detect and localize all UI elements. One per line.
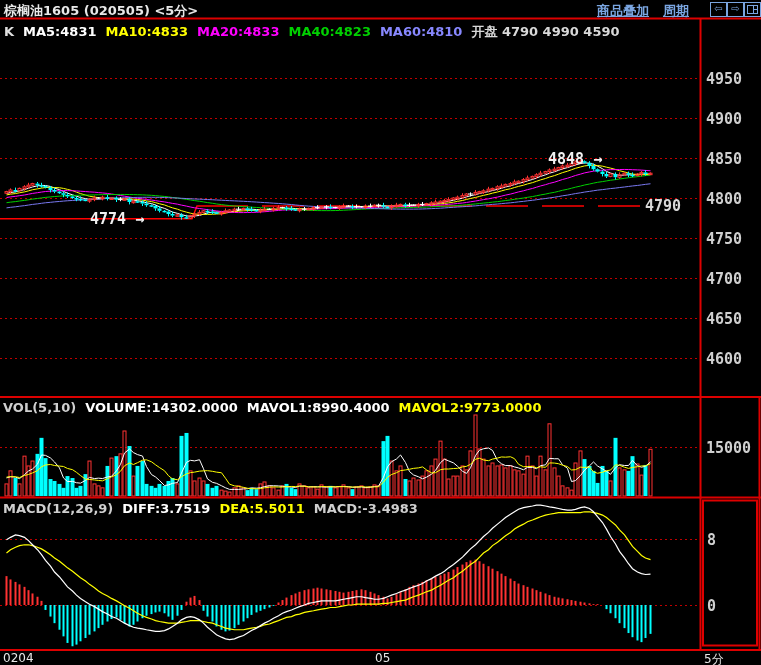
indicator-value: DEA:5.5011	[219, 501, 304, 516]
price-axis-label: 4700	[706, 270, 742, 288]
macd-axis-label: 0	[707, 597, 716, 615]
indicator-value: MA60:4810	[380, 24, 462, 39]
open-line-label: 4790	[645, 197, 681, 215]
right-arrow-icon: →	[593, 150, 602, 168]
right-arrow-icon: →	[135, 210, 144, 228]
page-title: 棕榈油1605 (020505) <5分>	[4, 2, 198, 20]
back-arrow-icon: ⇦	[714, 3, 722, 14]
forward-arrow-button[interactable]: ⇨	[727, 2, 744, 17]
macd-indicator-row: MACD(12,26,9)DIFF:3.7519DEA:5.5011MACD:-…	[3, 501, 427, 516]
indicator-value: MA10:4833	[106, 24, 188, 39]
x-axis-date-label: 0204	[3, 651, 34, 665]
kline-indicator-row: KMA5:4831MA10:4833MA20:4833MA40:4823MA60…	[4, 23, 629, 41]
indicator-value: MACD(12,26,9)	[3, 501, 113, 516]
indicator-value: MA40:4823	[288, 24, 370, 39]
price-axis-label: 4800	[706, 190, 742, 208]
indicator-value: DIFF:3.7519	[122, 501, 210, 516]
indicator-value: K	[4, 24, 14, 39]
overlay-commodity-link[interactable]: 商品叠加	[597, 2, 649, 20]
price-axis-label: 4750	[706, 230, 742, 248]
indicator-value: VOL(5,10)	[3, 400, 76, 415]
price-axis-label: 4900	[706, 110, 742, 128]
chart-canvas[interactable]	[0, 0, 761, 665]
price-axis-label: 4950	[706, 70, 742, 88]
session-high-annotation: 4848 →	[548, 150, 602, 168]
indicator-value: VOLUME:14302.0000	[85, 400, 238, 415]
price-axis-label: 4850	[706, 150, 742, 168]
indicator-value: 开盘 4790 4990 4590	[471, 24, 619, 39]
indicator-value: MA5:4831	[23, 24, 96, 39]
split-window-icon	[747, 5, 758, 14]
price-axis-label: 4600	[706, 350, 742, 368]
volume-indicator-row: VOL(5,10)VOLUME:14302.0000MAVOL1:8990.40…	[3, 400, 550, 415]
volume-axis-label: 15000	[706, 439, 751, 457]
indicator-value: MAVOL1:8990.4000	[247, 400, 390, 415]
x-axis-date-label: 05	[375, 651, 390, 665]
back-arrow-button[interactable]: ⇦	[710, 2, 727, 17]
indicator-value: MACD:-3.4983	[314, 501, 418, 516]
indicator-value: MAVOL2:9773.0000	[399, 400, 542, 415]
macd-axis-label: 8	[707, 531, 716, 549]
split-window-button[interactable]	[744, 2, 761, 17]
session-low-annotation: 4774 →	[90, 210, 144, 228]
period-link[interactable]: 周期	[663, 2, 689, 20]
period-status-label: 5分	[704, 651, 724, 665]
chart-window: 棕榈油1605 (020505) <5分> 商品叠加 周期 ⇦ ⇨ KMA5:4…	[0, 0, 761, 665]
price-axis-label: 4650	[706, 310, 742, 328]
indicator-value: MA20:4833	[197, 24, 279, 39]
forward-arrow-icon: ⇨	[731, 3, 739, 14]
